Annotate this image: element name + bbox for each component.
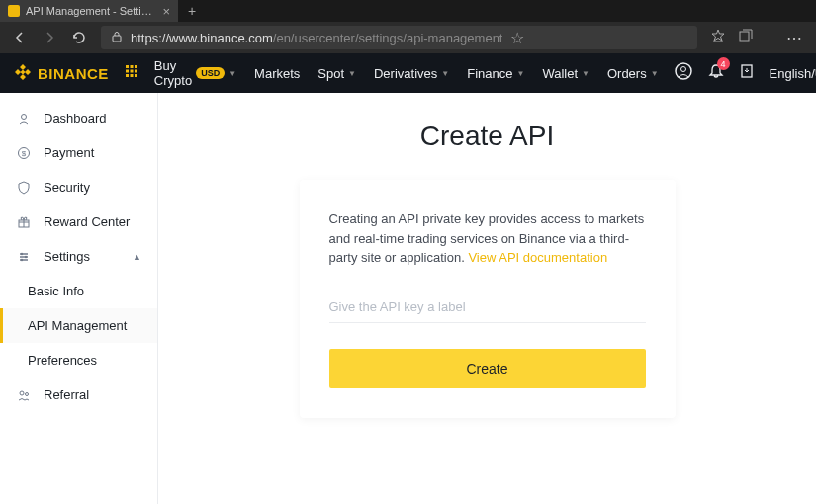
svg-rect-9 xyxy=(130,74,133,77)
view-api-doc-link[interactable]: View API documentation xyxy=(468,250,607,265)
sidebar-label: Security xyxy=(44,180,90,195)
more-icon[interactable]: ⋯ xyxy=(786,29,804,47)
chevron-down-icon: ▼ xyxy=(348,69,356,78)
sidebar-label: Referral xyxy=(44,387,89,402)
chevron-up-icon: ▲ xyxy=(133,252,141,262)
nav-markets[interactable]: Markets xyxy=(254,66,300,81)
nav-finance[interactable]: Finance ▼ xyxy=(467,66,524,81)
chevron-down-icon: ▼ xyxy=(651,69,659,78)
nav-spot[interactable]: Spot ▼ xyxy=(317,66,356,81)
lang-currency[interactable]: English/USD xyxy=(770,66,816,81)
sidebar-label: Settings xyxy=(44,249,90,264)
bell-icon[interactable]: 4 xyxy=(708,63,724,83)
sidebar: Dashboard $ Payment Security Reward Cent… xyxy=(0,93,158,504)
sidebar-sub-preferences[interactable]: Preferences xyxy=(0,343,157,378)
favorites-bar-icon[interactable] xyxy=(711,29,725,46)
url-path: /en/usercenter/settings/api-management xyxy=(273,31,503,45)
settings-icon xyxy=(16,250,32,264)
brand-logo[interactable]: BINANCE xyxy=(14,63,109,84)
api-label-input[interactable] xyxy=(329,292,646,323)
apps-grid-icon[interactable] xyxy=(125,64,138,82)
sidebar-item-dashboard[interactable]: Dashboard xyxy=(0,101,157,135)
sidebar-item-referral[interactable]: Referral xyxy=(0,378,157,412)
dashboard-icon xyxy=(16,112,32,126)
svg-point-19 xyxy=(25,255,27,257)
sidebar-item-payment[interactable]: $ Payment xyxy=(0,135,157,170)
svg-rect-6 xyxy=(130,70,133,73)
sidebar-label: Reward Center xyxy=(44,214,130,229)
svg-rect-4 xyxy=(135,65,137,68)
svg-text:$: $ xyxy=(22,149,27,158)
sidebar-sub-api-management[interactable]: API Management xyxy=(0,308,157,343)
user-icon[interactable] xyxy=(675,62,692,84)
chevron-down-icon: ▼ xyxy=(516,69,524,78)
binance-logo-icon xyxy=(14,63,32,84)
address-bar: https://www.binance.com/en/usercenter/se… xyxy=(0,22,816,53)
sidebar-item-settings[interactable]: Settings ▲ xyxy=(0,239,157,274)
browser-chrome: API Management - Settings - Bin × + http… xyxy=(0,0,816,53)
browser-tab[interactable]: API Management - Settings - Bin × xyxy=(0,0,178,22)
page-title: Create API xyxy=(420,121,554,152)
reward-icon xyxy=(16,215,32,229)
svg-rect-5 xyxy=(126,70,129,73)
svg-rect-2 xyxy=(126,65,129,68)
tab-close-icon[interactable]: × xyxy=(162,4,170,19)
new-tab-button[interactable]: + xyxy=(178,3,206,19)
nav-label: Derivatives xyxy=(374,66,437,81)
svg-rect-3 xyxy=(130,65,133,68)
svg-rect-1 xyxy=(740,32,749,41)
nav-label: Spot xyxy=(317,66,344,81)
main-content: Create API Creating an API private key p… xyxy=(158,93,816,504)
nav-buy-crypto[interactable]: Buy Crypto USD ▼ xyxy=(154,58,236,88)
url-input[interactable]: https://www.binance.com/en/usercenter/se… xyxy=(101,26,697,49)
card-description: Creating an API private key provides acc… xyxy=(329,210,646,268)
refresh-icon[interactable] xyxy=(71,30,87,45)
svg-rect-8 xyxy=(126,74,129,77)
sidebar-item-security[interactable]: Security xyxy=(0,170,157,205)
collections-icon[interactable] xyxy=(739,29,753,46)
header-right: 4 English/USD xyxy=(675,62,816,84)
shield-icon xyxy=(16,181,32,195)
url-host: https://www.binance.com xyxy=(131,31,273,45)
nav-wallet[interactable]: Wallet ▼ xyxy=(542,66,589,81)
sidebar-label: Dashboard xyxy=(44,111,107,126)
notif-badge: 4 xyxy=(717,57,730,70)
svg-rect-0 xyxy=(113,36,121,42)
forward-icon[interactable] xyxy=(42,30,57,45)
chevron-down-icon: ▼ xyxy=(582,69,589,78)
chevron-down-icon: ▼ xyxy=(228,69,236,78)
brand-name: BINANCE xyxy=(38,65,109,82)
svg-point-22 xyxy=(26,392,29,395)
body-content: Dashboard $ Payment Security Reward Cent… xyxy=(0,93,816,504)
svg-rect-7 xyxy=(135,70,137,73)
svg-point-12 xyxy=(680,67,685,72)
favorite-icon[interactable]: ☆ xyxy=(510,29,524,47)
nav-derivatives[interactable]: Derivatives ▼ xyxy=(374,66,449,81)
payment-icon: $ xyxy=(16,146,32,160)
main-nav: Buy Crypto USD ▼ Markets Spot ▼ Derivati… xyxy=(154,58,659,88)
lock-icon xyxy=(111,29,123,46)
nav-label: Wallet xyxy=(542,66,578,81)
nav-label: Buy Crypto xyxy=(154,58,192,88)
sidebar-label: Payment xyxy=(44,145,94,160)
svg-rect-10 xyxy=(135,74,137,77)
nav-label: Finance xyxy=(467,66,512,81)
back-icon[interactable] xyxy=(12,30,28,45)
url-text: https://www.binance.com/en/usercenter/se… xyxy=(131,31,502,45)
svg-point-21 xyxy=(20,391,24,395)
usd-badge: USD xyxy=(196,67,225,79)
svg-point-18 xyxy=(21,252,23,254)
chevron-down-icon: ▼ xyxy=(441,69,449,78)
svg-point-20 xyxy=(21,258,23,260)
sidebar-item-reward-center[interactable]: Reward Center xyxy=(0,205,157,239)
svg-point-14 xyxy=(22,114,27,119)
create-button[interactable]: Create xyxy=(329,349,646,388)
nav-orders[interactable]: Orders ▼ xyxy=(607,66,659,81)
sidebar-sub-basic-info[interactable]: Basic Info xyxy=(0,274,157,308)
referral-icon xyxy=(16,388,32,402)
download-icon[interactable] xyxy=(740,64,754,82)
tab-title: API Management - Settings - Bin xyxy=(26,5,156,17)
site-header: BINANCE Buy Crypto USD ▼ Markets Spot ▼ … xyxy=(0,53,816,93)
create-api-card: Creating an API private key provides acc… xyxy=(300,180,676,418)
tab-favicon xyxy=(8,5,20,17)
